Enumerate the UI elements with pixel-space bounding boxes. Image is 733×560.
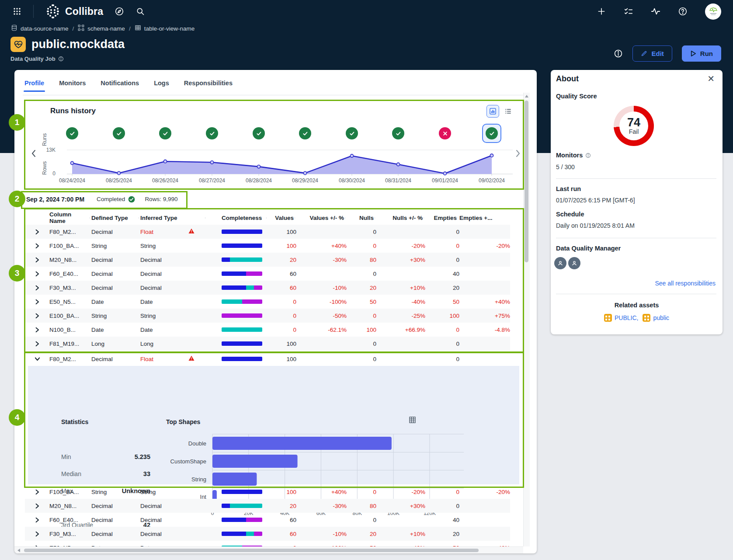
manager-avatar-1[interactable] — [554, 257, 566, 269]
check-circle-icon — [113, 127, 125, 139]
expand-row-icon[interactable] — [25, 517, 49, 523]
run-status-success-icon[interactable] — [342, 124, 361, 143]
values-segment — [222, 490, 262, 494]
values-pct-cell: -10% — [296, 531, 347, 537]
column-header-column-name[interactable]: Column Name — [49, 211, 91, 224]
expand-row-icon[interactable] — [25, 489, 49, 495]
monitors-value: 5 / 300 — [556, 163, 575, 170]
run-status-success-icon[interactable] — [295, 124, 315, 143]
run-status-success-icon[interactable] — [202, 124, 222, 143]
empties-cell: 0 — [425, 489, 459, 495]
empties-cell: 0 — [425, 341, 459, 347]
related-asset-link[interactable]: public — [653, 314, 669, 321]
related-asset-public[interactable]: public — [643, 314, 669, 322]
job-info-icon[interactable] — [613, 49, 623, 59]
chart-view-toggle[interactable] — [486, 105, 499, 118]
compass-icon[interactable] — [115, 7, 124, 16]
run-status-fail-icon[interactable] — [435, 124, 455, 143]
plus-icon[interactable] — [597, 7, 606, 16]
run-status-success-icon[interactable] — [109, 124, 129, 143]
column-header-values[interactable]: Values — [268, 215, 296, 221]
search-icon[interactable] — [135, 7, 145, 16]
tab-responsibilities[interactable]: Responsibilities — [184, 80, 233, 92]
expand-row-icon[interactable] — [25, 503, 49, 509]
annotation-circle-2: 2 — [9, 191, 25, 207]
breadcrumb-item-table-or-view-name[interactable]: table-or-view-name — [135, 24, 195, 32]
column-header-completeness[interactable]: Completeness — [207, 215, 268, 221]
horizontal-scrollbar-thumb[interactable] — [24, 549, 479, 552]
manager-avatar-2[interactable] — [568, 257, 580, 269]
runs-history-title: Runs history — [50, 107, 96, 115]
column-header-nulls-[interactable]: Nulls +/- % — [376, 215, 425, 221]
inferred-type-cell: String — [140, 313, 207, 319]
column-header-values-[interactable]: Values +/- % — [296, 215, 347, 221]
expand-row-icon[interactable] — [25, 257, 49, 263]
shape-bar-double[interactable] — [212, 437, 392, 450]
checklist-icon[interactable] — [624, 7, 633, 16]
empties-cell: 40 — [425, 517, 459, 523]
values-cell: 60 — [268, 271, 296, 277]
apps-grid-icon[interactable] — [12, 7, 22, 16]
activity-icon[interactable] — [651, 7, 660, 16]
tab-logs[interactable]: Logs — [154, 80, 169, 92]
expand-row-icon[interactable] — [25, 271, 49, 277]
shapes-table-view-icon[interactable] — [409, 417, 416, 425]
shape-bar-string[interactable] — [212, 473, 257, 486]
run-status-success-icon[interactable] — [249, 124, 268, 143]
run-status-success-icon[interactable] — [482, 124, 501, 143]
help-icon[interactable] — [678, 7, 688, 16]
subtitle-info-icon[interactable] — [58, 56, 64, 62]
expand-row-icon[interactable] — [25, 229, 49, 235]
vertical-scrollbar[interactable] — [523, 93, 530, 546]
monitors-info-icon[interactable] — [585, 153, 591, 158]
empties-cell: 20 — [425, 531, 459, 537]
run-status-success-icon[interactable] — [156, 124, 175, 143]
expand-row-icon[interactable] — [25, 531, 49, 537]
breadcrumb-item-data-source-name[interactable]: data-source-name — [11, 24, 69, 32]
scroll-left-arrow-icon[interactable] — [17, 549, 20, 552]
edit-button[interactable]: Edit — [632, 45, 672, 62]
runs-prev-chevron-icon[interactable] — [31, 150, 36, 159]
expand-row-icon[interactable] — [25, 299, 49, 305]
vertical-scrollbar-thumb[interactable] — [525, 101, 528, 262]
collapse-row-icon[interactable] — [25, 357, 49, 361]
column-name-cell: N100_B... — [49, 327, 91, 333]
expand-row-icon[interactable] — [25, 313, 49, 319]
run-button[interactable]: Run — [682, 45, 721, 62]
related-asset-link[interactable]: PUBLIC, — [615, 314, 638, 321]
column-header-defined-type[interactable]: Defined Type — [91, 215, 140, 221]
column-header-nulls[interactable]: Nulls — [347, 215, 376, 221]
tab-profile[interactable]: Profile — [24, 80, 44, 92]
run-summary-status: Completed — [97, 196, 135, 203]
breadcrumb-item-schema-name[interactable]: schema-name — [78, 24, 125, 32]
list-view-toggle[interactable] — [502, 105, 514, 118]
column-header-empties-[interactable]: Empties +... — [459, 215, 510, 221]
column-header-empties[interactable]: Empties — [425, 215, 459, 221]
about-divider-1 — [556, 178, 716, 179]
expand-row-icon[interactable] — [25, 341, 49, 347]
tab-notifications[interactable]: Notifications — [101, 80, 139, 92]
column-name-cell: F30_M3... — [49, 285, 91, 291]
run-status-success-icon[interactable] — [389, 124, 408, 143]
column-name-cell: F80_M2... — [49, 356, 91, 362]
nulls-cell: 0 — [347, 517, 376, 523]
see-all-responsibilities-link[interactable]: See all responsibilities — [655, 280, 716, 287]
shape-bar-customshape[interactable] — [212, 455, 298, 468]
close-icon[interactable]: ✕ — [707, 73, 715, 84]
column-name-cell: F100_BA... — [49, 243, 91, 249]
horizontal-scrollbar[interactable] — [14, 546, 523, 553]
tab-monitors[interactable]: Monitors — [59, 80, 86, 92]
run-date-label: 08/30/2024 — [333, 177, 370, 184]
expand-row-icon[interactable] — [25, 327, 49, 333]
collibra-logo-mark — [45, 3, 61, 19]
scroll-up-arrow-icon[interactable] — [525, 95, 528, 97]
column-header-inferred-type[interactable]: Inferred Type — [140, 215, 207, 221]
expand-row-icon[interactable] — [25, 285, 49, 291]
collibra-logo[interactable]: Collibra — [45, 3, 103, 19]
expand-row-icon[interactable] — [25, 243, 49, 249]
values-segment — [222, 532, 246, 536]
profile-main-panel: ProfileMonitorsNotificationsLogsResponsi… — [14, 70, 537, 553]
user-avatar[interactable] — [705, 3, 721, 20]
related-asset-public-[interactable]: PUBLIC, — [604, 314, 638, 322]
run-status-success-icon[interactable] — [63, 124, 82, 143]
